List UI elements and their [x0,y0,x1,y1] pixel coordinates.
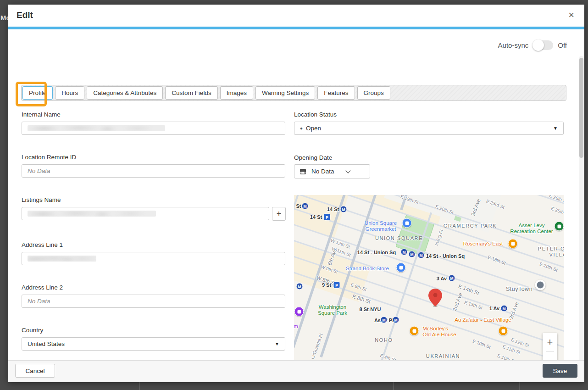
map-label: 3rd Ave [470,198,482,217]
tab-groups[interactable]: Groups [357,86,390,100]
modal-title: Edit [17,10,33,20]
subway-station-icon: M [340,206,347,213]
poi-icon [410,326,419,336]
placeholder-text: No Data [28,298,50,305]
redacted-value [28,125,165,131]
map-label: 2nd Ave [452,292,464,312]
map-label: McSorley's Old Ale House [422,326,456,338]
poi-icon [294,307,304,317]
map-label: W 11th St [331,246,352,258]
subway-station-icon: M [501,305,508,312]
background-divider [139,382,140,390]
location-remote-id-input[interactable]: No Data [22,164,285,178]
map-label: 8 St-NYU [359,306,381,312]
poi-icon [402,218,412,228]
tab-categories-attributes[interactable]: Categories & Attributes [87,86,163,100]
status-dot-icon: ● [300,126,303,131]
map-label: Union Square Greenmarket [365,220,397,232]
location-status-label: Location Status [294,111,337,118]
place-ring-icon [535,280,546,290]
tab-images[interactable]: Images [220,86,253,100]
map-label: 1 Av [489,306,499,312]
address-line-1-input[interactable] [22,252,285,265]
zoom-in-button[interactable]: + [543,333,557,351]
map-label: 14 St [327,206,339,212]
map-label: E 4th St [379,353,396,360]
location-status-select[interactable]: ● Open ▼ [294,122,564,135]
subway-station-icon: M [409,251,416,258]
country-value: United States [28,340,65,347]
opening-date-picker[interactable]: No Data [294,164,370,178]
auto-sync-control: Auto-sync Off [498,40,567,50]
edit-location-modal: Edit × Auto-sync Off ProfileHoursCategor… [8,5,584,382]
map-label: Washington Square Park [318,304,347,316]
poi-icon [555,222,564,231]
map-label: E 23rd St [485,198,505,210]
listings-name-input[interactable] [22,207,269,220]
subway-station-icon: M [449,275,455,282]
auto-sync-toggle[interactable] [533,40,553,50]
map-label: StuyTown [506,286,533,292]
country-label: Country [22,327,43,334]
location-remote-id-label: Location Remote ID [22,154,76,161]
tab-warning-settings[interactable]: Warning Settings [255,86,315,100]
scrollbar-track[interactable] [579,56,583,360]
map-label: Rosemary's East [463,241,503,247]
chevron-down-icon [345,168,350,173]
tab-custom-fields[interactable]: Custom Fields [165,86,217,100]
map-label: E 12th St [510,337,530,349]
address-line-1-label: Address Line 1 [22,241,63,248]
placeholder-text: No Data [28,167,50,174]
address-line-2-input[interactable]: No Data [22,295,285,308]
map-label: Asser Levy Recreation Center [510,223,553,234]
poi-icon [396,263,406,273]
map-label: W 9th St [320,264,338,275]
location-map[interactable]: St14 St14 St9 St14 St - Union Sq14 St - … [294,195,564,360]
toggle-knob [533,39,544,51]
map-label: E 20th St [539,262,559,273]
redacted-value [28,211,156,217]
caret-down-icon: ▼ [275,341,279,346]
map-label: Irving Pl [433,229,444,246]
internal-name-label: Internal Name [22,111,61,118]
internal-name-input[interactable] [22,122,285,135]
close-icon[interactable]: × [568,9,574,21]
map-label: LaGuardia Pl [310,333,324,360]
address-line-2-label: Address Line 2 [22,284,63,291]
map-label: NOHO [375,337,393,343]
path-station-icon: P [324,214,331,221]
scrollbar-thumb[interactable] [579,58,583,158]
zoom-out-button[interactable]: − [543,352,557,361]
add-listings-name-button[interactable]: + [272,207,286,221]
tab-features[interactable]: Features [317,86,355,100]
map-label: E 26th St [549,195,564,204]
subway-station-icon: M [393,317,399,323]
map-label: UNION SQUARE [375,235,423,241]
map-label: E 14th St [458,284,480,297]
caret-down-icon: ▼ [553,126,558,131]
auto-sync-state: Off [558,41,567,49]
country-select[interactable]: United States ▼ [22,337,285,351]
auto-sync-label: Auto-sync [498,41,529,49]
map-label: Strand Book Store [346,266,389,272]
subway-station-icon: M [418,252,425,259]
map-label: 14 St - Union Sq [426,253,465,259]
map-label: 14 St - Union Sq [357,250,396,256]
map-label: W 12th St [330,238,350,250]
map-label: E 8th St [351,293,371,305]
map-labels-layer: St14 St14 St9 St14 St - Union Sq14 St - … [294,195,564,360]
tab-profile[interactable]: Profile [22,86,53,100]
map-label: 6th Ave [327,248,338,266]
tab-bar: ProfileHoursCategories & AttributesCusto… [21,85,566,101]
save-button[interactable]: Save [543,364,577,378]
calendar-icon [300,169,306,174]
subway-station-icon: M [401,249,408,256]
screen: { "overlay": { "behind_text": "Mo" }, "i… [0,0,588,390]
tab-hours[interactable]: Hours [55,86,84,100]
subway-station-icon: M [302,203,309,210]
opening-date-label: Opening Date [294,154,332,161]
map-zoom-control: + − [543,333,557,360]
map-label: E 13th St [464,300,483,311]
cancel-button[interactable]: Cancel [15,364,55,378]
listings-name-label: Listings Name [22,196,61,203]
